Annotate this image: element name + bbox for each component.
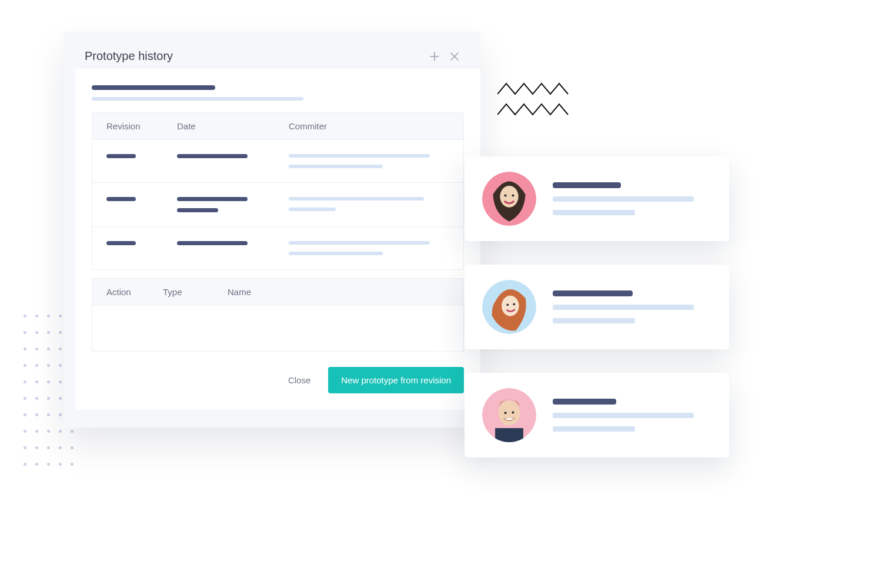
- col-header-name: Name: [228, 287, 449, 297]
- svg-rect-11: [495, 428, 523, 442]
- card-line-placeholder: [553, 413, 694, 418]
- svg-point-14: [512, 411, 514, 413]
- panel-subtitle-placeholder: [92, 85, 464, 101]
- close-button[interactable]: Close: [288, 375, 310, 385]
- table-row[interactable]: [92, 182, 463, 226]
- card-title-placeholder: [553, 399, 616, 405]
- col-header-commiter: Commiter: [289, 121, 449, 131]
- close-icon[interactable]: [450, 52, 459, 61]
- panel-title: Prototype history: [85, 49, 173, 63]
- empty-table-body: [92, 306, 463, 352]
- svg-point-12: [499, 400, 520, 425]
- user-card[interactable]: [465, 373, 729, 457]
- svg-point-13: [505, 412, 507, 414]
- card-line-placeholder: [553, 318, 635, 323]
- add-icon[interactable]: [430, 52, 439, 61]
- user-card[interactable]: [465, 156, 729, 241]
- card-line-placeholder: [553, 426, 635, 432]
- card-line-placeholder: [553, 196, 694, 202]
- card-title-placeholder: [553, 290, 633, 296]
- user-card[interactable]: [465, 265, 729, 349]
- col-header-type: Type: [163, 287, 228, 297]
- svg-point-9: [513, 303, 515, 306]
- svg-point-8: [506, 303, 509, 306]
- svg-point-3: [505, 194, 507, 196]
- avatar: [482, 388, 536, 442]
- col-header-action: Action: [106, 287, 163, 297]
- card-line-placeholder: [553, 210, 635, 215]
- avatar: [482, 172, 536, 226]
- card-line-placeholder: [553, 305, 694, 310]
- table-row[interactable]: [92, 139, 463, 182]
- actions-table: Action Type Name: [92, 278, 464, 352]
- new-prototype-button[interactable]: New prototype from revision: [328, 367, 464, 393]
- svg-point-7: [502, 296, 519, 316]
- prototype-history-panel: Prototype history Revision Date Commit: [64, 32, 480, 427]
- col-header-date: Date: [177, 121, 289, 131]
- svg-point-4: [512, 194, 514, 196]
- col-header-revision: Revision: [106, 121, 177, 131]
- table-row[interactable]: [92, 226, 463, 269]
- zigzag-decoration: [497, 82, 574, 126]
- avatar: [482, 280, 536, 334]
- card-title-placeholder: [553, 182, 621, 188]
- revision-table: Revision Date Commiter: [92, 112, 464, 270]
